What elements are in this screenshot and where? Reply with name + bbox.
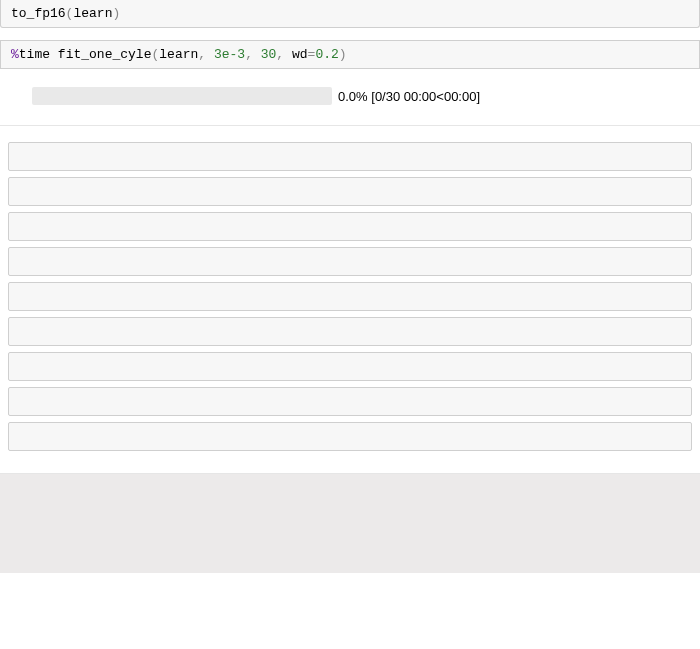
- cell-output: 0.0% [0/30 00:00<00:00]: [0, 81, 700, 111]
- code-token: ,: [245, 47, 261, 62]
- code-token: 0.2: [315, 47, 338, 62]
- progress-detail: [0/30 00:00<00:00]: [371, 89, 480, 104]
- empty-code-cell[interactable]: [8, 282, 692, 311]
- code-token: wd: [292, 47, 308, 62]
- notebook-page: to_fp16(learn) %time fit_one_cyle(learn,…: [0, 0, 700, 573]
- code-token: learn: [159, 47, 198, 62]
- code-token: 30: [261, 47, 277, 62]
- code-token: to_fp16: [11, 6, 66, 21]
- code-token: ,: [198, 47, 214, 62]
- code-token: [50, 47, 58, 62]
- empty-code-cell[interactable]: [8, 247, 692, 276]
- empty-code-cell[interactable]: [8, 352, 692, 381]
- empty-code-cell[interactable]: [8, 177, 692, 206]
- code-token: %: [11, 47, 19, 62]
- code-token: ): [112, 6, 120, 21]
- code-cell-2[interactable]: %time fit_one_cyle(learn, 3e-3, 30, wd=0…: [0, 40, 700, 69]
- empty-code-cell[interactable]: [8, 142, 692, 171]
- progress-bar: [32, 87, 332, 105]
- empty-code-cell[interactable]: [8, 387, 692, 416]
- progress-percent: 0.0%: [338, 89, 368, 104]
- progress-label: 0.0% [0/30 00:00<00:00]: [338, 89, 480, 104]
- empty-code-cell[interactable]: [8, 422, 692, 451]
- empty-cells-region: [0, 125, 700, 473]
- code-token: time: [19, 47, 50, 62]
- code-token: ): [339, 47, 347, 62]
- code-token: learn: [73, 6, 112, 21]
- footer-gap: [0, 473, 700, 573]
- code-cell-1[interactable]: to_fp16(learn): [0, 0, 700, 28]
- code-token: ,: [276, 47, 292, 62]
- empty-code-cell[interactable]: [8, 317, 692, 346]
- code-token: 3e-3: [214, 47, 245, 62]
- empty-code-cell[interactable]: [8, 212, 692, 241]
- code-token: fit_one_cyle: [58, 47, 152, 62]
